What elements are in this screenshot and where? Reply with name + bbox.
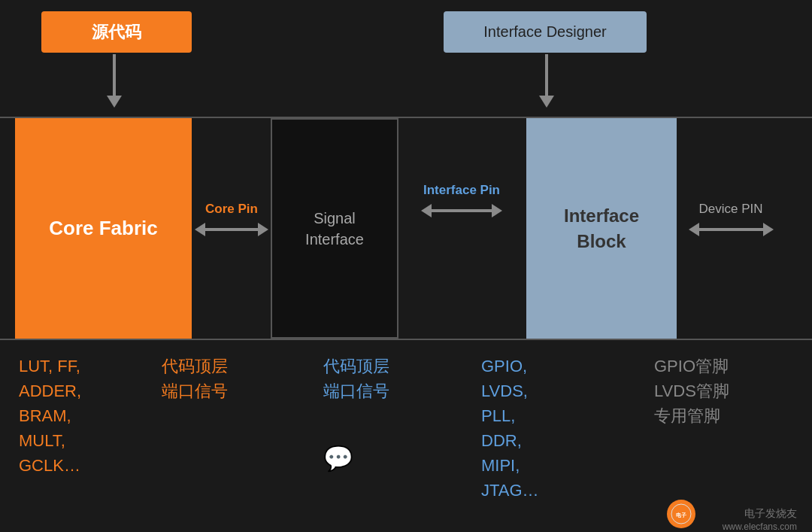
source-code-box: 源代码	[41, 11, 192, 53]
arrow-left-device	[689, 223, 699, 236]
bottom-col5-text: GPIO管脚LVDS管脚专用管脚	[654, 357, 729, 425]
wechat-icon: 💬	[323, 445, 353, 472]
arrow-shaft-src	[113, 54, 116, 96]
signal-interface-block: SignalInterface	[271, 118, 398, 339]
arrow-shaft-core	[205, 228, 258, 231]
interface-designer-arrow	[539, 54, 554, 108]
top-section: 源代码 Interface Designer	[0, 0, 812, 117]
interface-designer-label: Interface Designer	[483, 23, 606, 41]
arrow-right-iface	[492, 204, 502, 217]
wechat-icon-area: 💬	[323, 444, 353, 473]
svg-text:电子: 电子	[676, 512, 686, 518]
interface-designer-box: Interface Designer	[444, 11, 647, 53]
core-pin-area: Core Pin	[194, 202, 269, 236]
bottom-col3-text: 代码顶层端口信号	[323, 357, 389, 400]
h-line-bottom	[0, 339, 812, 340]
bottom-col1-text: LUT, FF,ADDER,BRAM,MULT,GCLK…	[19, 357, 81, 475]
interface-pin-label: Interface Pin	[423, 183, 500, 198]
elecfans-logo: 电子	[667, 500, 695, 528]
arrow-shaft-device	[699, 228, 763, 231]
interface-block-label: InterfaceBlock	[564, 203, 639, 254]
arrow-left-iface	[421, 204, 432, 217]
core-pin-label: Core Pin	[205, 202, 258, 217]
arrow-right-device	[763, 223, 774, 236]
arrow-head-src	[107, 96, 122, 108]
arrow-right-core	[258, 223, 268, 236]
interface-block: InterfaceBlock	[526, 118, 677, 339]
bottom-col2-text: 代码顶层端口信号	[162, 357, 228, 400]
bottom-col4-text: GPIO,LVDS,PLL,DDR,MIPI,JTAG…	[481, 357, 539, 500]
bottom-col-1: LUT, FF,ADDER,BRAM,MULT,GCLK…	[19, 354, 139, 478]
device-pin-label: Device PIN	[698, 202, 762, 217]
bottom-col-3: 代码顶层端口信号	[323, 354, 444, 403]
interface-pin-arrow	[421, 204, 502, 217]
arrow-left-core	[195, 223, 205, 236]
elecfans-logo-icon: 电子	[671, 503, 692, 524]
source-code-arrow	[107, 54, 122, 108]
bottom-col-5: GPIO管脚LVDS管脚专用管脚	[654, 354, 789, 428]
core-fabric-label: Core Fabric	[49, 216, 158, 242]
core-fabric-block: Core Fabric	[15, 118, 192, 339]
device-pin-area: Device PIN	[678, 202, 783, 236]
arrow-head-iface	[539, 96, 554, 108]
arrow-shaft-iface	[545, 54, 548, 96]
signal-interface-label: SignalInterface	[305, 208, 364, 250]
watermark-url: www.elecfans.com	[723, 521, 797, 532]
core-pin-arrow	[195, 223, 268, 236]
watermark-brand: 电子发烧友	[744, 507, 797, 521]
source-code-label: 源代码	[92, 21, 141, 44]
interface-pin-area: Interface Pin	[401, 183, 522, 217]
bottom-col-2: 代码顶层端口信号	[162, 354, 282, 403]
device-pin-arrow	[689, 223, 774, 236]
bottom-col-4: GPIO,LVDS,PLL,DDR,MIPI,JTAG…	[481, 354, 632, 503]
arrow-shaft-iface-pin	[432, 209, 492, 212]
